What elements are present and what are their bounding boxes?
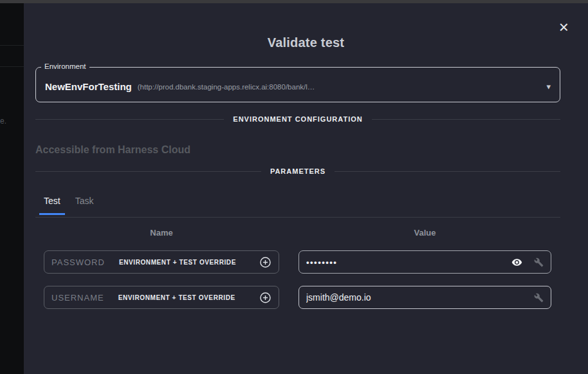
username-name-box[interactable]: USERNAME ENVIRONMENT + TEST OVERRIDE (44, 286, 279, 309)
eye-icon[interactable] (511, 257, 522, 268)
section-environment-configuration: ENVIRONMENT CONFIGURATION (35, 113, 560, 126)
background-divider (0, 66, 24, 67)
section-parameters: PARAMETERS (35, 165, 560, 178)
background-partial-text: e. (0, 117, 6, 126)
validate-test-modal: × Validate test Environment NewEnvForTes… (24, 3, 588, 374)
accessibility-note: Accessible from Harness Cloud (35, 144, 190, 156)
parameter-name-label: USERNAME (51, 293, 104, 303)
background-divider (0, 45, 24, 46)
column-header-value: Value (299, 228, 551, 238)
column-headers: Name Value (44, 228, 551, 238)
parameter-row-password: PASSWORD ENVIRONMENT + TEST OVERRIDE •••… (44, 250, 551, 274)
tab-bar-rule (35, 217, 560, 218)
password-name-box[interactable]: PASSWORD ENVIRONMENT + TEST OVERRIDE (44, 250, 279, 274)
add-circle-icon[interactable] (259, 292, 271, 304)
section-label: PARAMETERS (270, 167, 326, 175)
parameter-scope-badge: ENVIRONMENT + TEST OVERRIDE (119, 259, 236, 266)
divider-line (35, 119, 224, 120)
environment-label: Environment (41, 62, 89, 70)
chevron-down-icon[interactable]: ▾ (540, 82, 551, 91)
tab-bar: Test Task (39, 196, 98, 215)
tab-test[interactable]: Test (39, 196, 65, 215)
section-label: ENVIRONMENT CONFIGURATION (233, 115, 362, 123)
parameter-name-label: PASSWORD (51, 257, 105, 267)
parameter-value: •••••••• (306, 257, 337, 267)
parameter-value: jsmith@demo.io (306, 292, 371, 303)
column-header-name: Name (44, 228, 279, 238)
parameter-scope-badge: ENVIRONMENT + TEST OVERRIDE (118, 294, 235, 301)
screen: e. × Validate test Environment NewEnvFor… (0, 0, 588, 374)
background-app: e. (0, 0, 24, 374)
close-button[interactable]: × (559, 19, 569, 35)
environment-select[interactable]: Environment NewEnvForTesting (http://pro… (35, 67, 560, 102)
password-value-field[interactable]: •••••••• (299, 250, 551, 274)
parameter-row-username: USERNAME ENVIRONMENT + TEST OVERRIDE jsm… (44, 286, 551, 309)
tab-task[interactable]: Task (71, 196, 98, 215)
add-circle-icon[interactable] (259, 256, 271, 268)
username-value-field[interactable]: jsmith@demo.io (299, 286, 551, 309)
divider-line (335, 171, 560, 172)
modal-title: Validate test (24, 35, 588, 50)
wrench-icon[interactable] (534, 257, 544, 267)
divider-line (35, 171, 261, 172)
environment-name: NewEnvForTesting (45, 81, 132, 92)
divider-line (372, 119, 560, 120)
environment-url: (http://prod.dbank.staging-apps.relicx.a… (138, 83, 315, 91)
wrench-icon[interactable] (534, 293, 544, 303)
